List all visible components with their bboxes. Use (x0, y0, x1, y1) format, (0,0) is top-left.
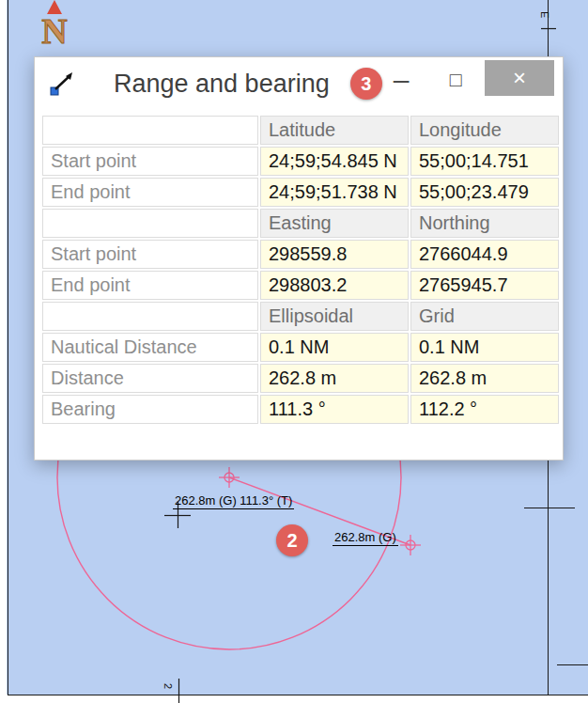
range-bearing-icon (48, 70, 76, 98)
dialog-titlebar[interactable]: Range and bearing 3 – □ × (35, 57, 563, 110)
table-cell: 0.1 NM (410, 333, 559, 362)
table-cell: 262.8 m (260, 364, 409, 393)
row-label: Start point (42, 240, 258, 269)
edge-label-south: 2 (162, 683, 174, 689)
table-row: Nautical Distance 0.1 NM 0.1 NM (42, 333, 559, 362)
table-row: Easting Northing (42, 209, 559, 238)
table-row: Distance 262.8 m 262.8 m (42, 364, 559, 393)
column-header: Grid (410, 302, 559, 331)
header-spacer (42, 116, 258, 145)
row-label: End point (42, 178, 258, 207)
app-screen: N E 2 262.8m (G) 111.3° (T) 262.8m (G) 2… (0, 0, 588, 703)
table-cell: 262.8 m (410, 364, 559, 393)
close-button[interactable]: × (485, 60, 554, 96)
header-spacer (42, 209, 258, 238)
column-header: Northing (410, 209, 559, 238)
table-cell: 111.3 ° (260, 395, 409, 424)
range-bearing-table: Latitude Longitude Start point 24;59;54.… (40, 114, 561, 426)
table-cell: 2766044.9 (410, 240, 559, 269)
measurement-label-distance: 262.8m (G) (333, 530, 398, 546)
table-cell: 55;00;14.751 (410, 147, 559, 176)
table-cell: 0.1 NM (260, 333, 409, 362)
row-label: End point (42, 271, 258, 300)
row-label: Nautical Distance (42, 333, 258, 362)
row-label: Start point (42, 147, 258, 176)
table-row: Start point 298559.8 2766044.9 (42, 240, 559, 269)
row-label: Bearing (42, 395, 258, 424)
annotation-badge-3: 3 (350, 68, 382, 100)
north-arrow-icon: N (35, 0, 74, 48)
table-cell: 55;00;23.479 (410, 178, 559, 207)
table-cell: 24;59;51.738 N (260, 178, 409, 207)
edge-label-east: E (539, 11, 550, 18)
measurement-label-distance-bearing: 262.8m (G) 111.3° (T) (173, 493, 294, 509)
table-cell: 112.2 ° (410, 395, 559, 424)
header-spacer (42, 302, 258, 331)
table-cell: 2765945.7 (410, 271, 559, 300)
table-row: Start point 24;59;54.845 N 55;00;14.751 (42, 147, 559, 176)
range-bearing-dialog: Range and bearing 3 – □ × Latitude Longi… (34, 56, 564, 461)
column-header: Latitude (260, 116, 409, 145)
annotation-badge-2: 2 (276, 524, 308, 556)
table-row: Ellipsoidal Grid (42, 302, 559, 331)
north-arrow-label: N (35, 14, 74, 48)
table-cell: 24;59;54.845 N (260, 147, 409, 176)
table-cell: 298559.8 (260, 240, 409, 269)
column-header: Easting (260, 209, 409, 238)
column-header: Ellipsoidal (260, 302, 409, 331)
row-label: Distance (42, 364, 258, 393)
table-row: Bearing 111.3 ° 112.2 ° (42, 395, 559, 424)
minimize-button[interactable]: – (388, 63, 414, 97)
maximize-button[interactable]: □ (442, 63, 469, 97)
table-row: Latitude Longitude (42, 116, 559, 145)
table-cell: 298803.2 (260, 271, 409, 300)
dialog-title: Range and bearing (114, 70, 330, 99)
table-row: End point 24;59;51.738 N 55;00;23.479 (42, 178, 559, 207)
table-row: End point 298803.2 2765945.7 (42, 271, 559, 300)
column-header: Longitude (410, 116, 559, 145)
